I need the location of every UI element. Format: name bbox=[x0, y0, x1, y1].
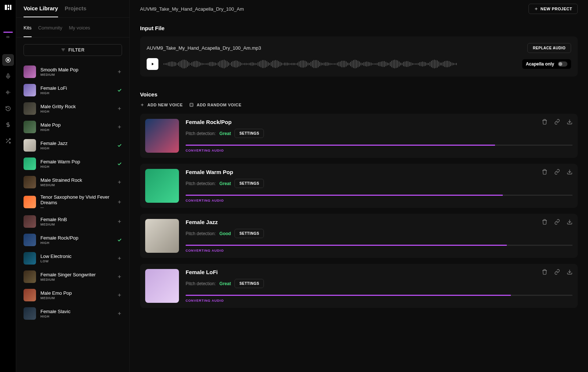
settings-button[interactable]: SETTINGS bbox=[234, 229, 264, 238]
voice-name: Male Pop bbox=[40, 122, 112, 128]
credits-badge[interactable]: ∞ bbox=[3, 32, 13, 39]
check-icon[interactable] bbox=[117, 88, 122, 93]
voice-level: — bbox=[40, 206, 112, 209]
library-item[interactable]: Male Gritty RockHIGH bbox=[24, 99, 122, 118]
svg-rect-3 bbox=[10, 5, 11, 10]
voice-name: Male Strained Rock bbox=[40, 177, 112, 183]
voice-thumbnail bbox=[24, 65, 36, 78]
link-icon[interactable] bbox=[554, 219, 560, 225]
add-icon[interactable] bbox=[117, 124, 122, 130]
progress-bar bbox=[186, 295, 573, 296]
pitch-detection-label: Pitch detection: bbox=[186, 181, 216, 186]
nav-mic[interactable] bbox=[2, 70, 14, 82]
library-item[interactable]: Female Singer SongwriterMEDIUM bbox=[24, 268, 122, 286]
svg-rect-1 bbox=[8, 5, 9, 7]
subtab-my-voices[interactable]: My voices bbox=[69, 25, 90, 37]
library-item[interactable]: Female JazzHIGH bbox=[24, 136, 122, 155]
play-button[interactable] bbox=[147, 58, 158, 70]
link-icon[interactable] bbox=[554, 169, 560, 175]
delete-icon[interactable] bbox=[542, 169, 548, 175]
add-icon[interactable] bbox=[117, 311, 122, 316]
tab-voice-library[interactable]: Voice Library bbox=[24, 5, 58, 17]
filter-button[interactable]: FILTER bbox=[24, 44, 122, 56]
library-item[interactable]: Low ElectronicLOW bbox=[24, 249, 122, 268]
voice-card-thumbnail bbox=[145, 269, 179, 303]
link-icon[interactable] bbox=[554, 119, 560, 125]
nav-voice-studio[interactable] bbox=[2, 54, 14, 66]
settings-button[interactable]: SETTINGS bbox=[234, 279, 264, 288]
library-item[interactable]: Female RnBMEDIUM bbox=[24, 212, 122, 231]
voice-level: MEDIUM bbox=[40, 183, 112, 187]
check-icon[interactable] bbox=[117, 161, 122, 166]
voice-thumbnail bbox=[24, 252, 36, 265]
link-icon[interactable] bbox=[554, 269, 560, 275]
voice-thumbnail bbox=[24, 307, 36, 320]
voice-thumbnail bbox=[24, 234, 36, 246]
replace-audio-button[interactable]: REPLACE AUDIO bbox=[527, 43, 571, 53]
subtab-kits[interactable]: Kits bbox=[24, 25, 32, 37]
pitch-detection-label: Pitch detection: bbox=[186, 281, 216, 286]
acapella-toggle[interactable] bbox=[558, 61, 567, 67]
add-new-voice-button[interactable]: ADD NEW VOICE bbox=[140, 103, 183, 107]
svg-point-9 bbox=[192, 106, 193, 106]
app-logo[interactable] bbox=[4, 4, 12, 11]
svg-rect-2 bbox=[8, 8, 9, 10]
settings-button[interactable]: SETTINGS bbox=[234, 179, 264, 188]
library-item[interactable]: Male PopHIGH bbox=[24, 118, 122, 136]
voice-thumbnail bbox=[24, 270, 36, 283]
delete-icon[interactable] bbox=[542, 269, 548, 275]
nav-waveform[interactable] bbox=[2, 86, 14, 98]
library-item[interactable]: Male Strained RockMEDIUM bbox=[24, 173, 122, 191]
library-item[interactable]: Female SlavicHIGH bbox=[24, 304, 122, 323]
nav-billing[interactable] bbox=[2, 119, 14, 131]
voice-name: Female RnB bbox=[40, 217, 112, 222]
delete-icon[interactable] bbox=[542, 119, 548, 125]
nav-shuffle[interactable] bbox=[2, 135, 14, 147]
plus-icon bbox=[534, 7, 538, 11]
add-icon[interactable] bbox=[117, 199, 122, 205]
add-icon[interactable] bbox=[117, 293, 122, 298]
voice-card: Female Warm PopPitch detection:GreatSETT… bbox=[140, 164, 578, 208]
voice-thumbnail bbox=[24, 102, 36, 115]
voice-level: HIGH bbox=[40, 315, 112, 318]
library-item[interactable]: Male Emo PopMEDIUM bbox=[24, 286, 122, 304]
add-icon[interactable] bbox=[117, 274, 122, 279]
subtab-community[interactable]: Community bbox=[38, 25, 62, 37]
svg-rect-7 bbox=[190, 103, 193, 107]
add-icon[interactable] bbox=[117, 180, 122, 185]
check-icon[interactable] bbox=[117, 237, 122, 242]
download-icon[interactable] bbox=[567, 219, 573, 225]
library-item[interactable]: Female Rock/PopHIGH bbox=[24, 231, 122, 249]
tab-projects[interactable]: Projects bbox=[65, 5, 86, 17]
add-random-voice-button[interactable]: ADD RANDOM VOICE bbox=[189, 103, 241, 107]
voice-name: Male Gritty Rock bbox=[40, 104, 112, 109]
download-icon[interactable] bbox=[567, 119, 573, 125]
library-item[interactable]: Female LoFiHIGH bbox=[24, 81, 122, 99]
voice-thumbnail bbox=[24, 176, 36, 188]
waveform[interactable] bbox=[164, 59, 517, 69]
voice-name: Tenor Saxophone by Vivid Fever Dreams bbox=[40, 194, 112, 205]
new-project-button[interactable]: NEW PROJECT bbox=[528, 4, 578, 14]
settings-button[interactable]: SETTINGS bbox=[234, 129, 264, 138]
check-icon[interactable] bbox=[117, 143, 122, 148]
voice-card-name: Female Jazz bbox=[186, 219, 218, 225]
nav-rail: ∞ bbox=[0, 0, 16, 372]
add-icon[interactable] bbox=[117, 219, 122, 224]
library-item[interactable]: Smooth Male PopMEDIUM bbox=[24, 63, 122, 81]
nav-history[interactable] bbox=[2, 103, 14, 114]
add-icon[interactable] bbox=[117, 69, 122, 74]
pitch-detection-value: Great bbox=[219, 281, 231, 286]
library-item[interactable]: Tenor Saxophone by Vivid Fever Dreams— bbox=[24, 191, 122, 212]
download-icon[interactable] bbox=[567, 169, 573, 175]
pitch-detection-label: Pitch detection: bbox=[186, 131, 216, 136]
voice-card-thumbnail bbox=[145, 119, 179, 153]
library-item[interactable]: Female Warm PopHIGH bbox=[24, 155, 122, 173]
download-icon[interactable] bbox=[567, 269, 573, 275]
main-header: AUVM9_Take_My_Hand_Acapella_Dry_100_Am N… bbox=[130, 0, 588, 18]
delete-icon[interactable] bbox=[542, 219, 548, 225]
add-icon[interactable] bbox=[117, 106, 122, 111]
project-name: AUVM9_Take_My_Hand_Acapella_Dry_100_Am bbox=[140, 6, 244, 12]
add-icon[interactable] bbox=[117, 256, 122, 261]
voice-name: Smooth Male Pop bbox=[40, 67, 112, 72]
voice-level: HIGH bbox=[40, 146, 112, 150]
